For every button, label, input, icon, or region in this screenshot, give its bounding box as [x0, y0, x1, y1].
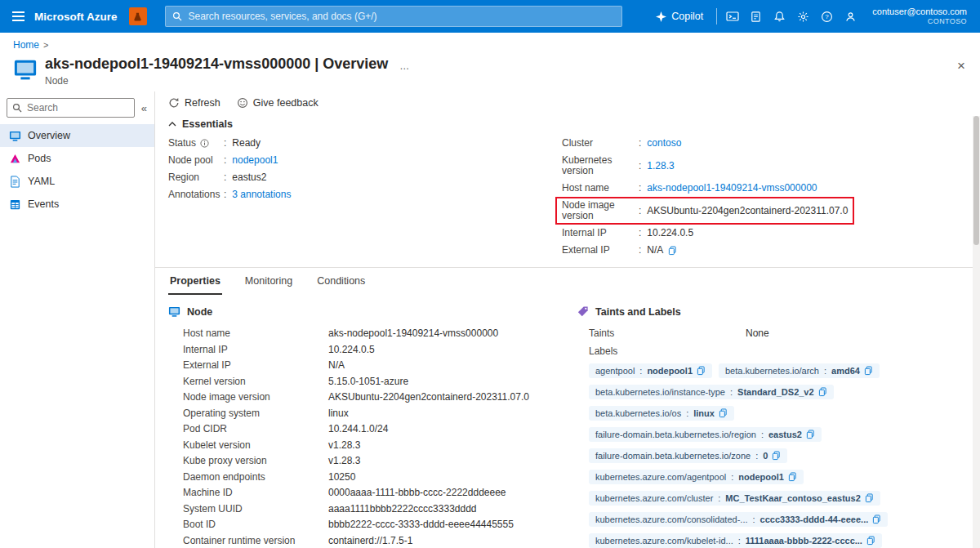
field-value[interactable]: 1.28.3 — [647, 161, 674, 172]
feedback-icon[interactable] — [839, 0, 862, 33]
sidebar-item-events[interactable]: Events — [0, 193, 154, 216]
sidebar-search-input[interactable] — [7, 98, 135, 118]
field-label: Status — [168, 138, 222, 149]
close-icon[interactable]: × — [957, 59, 965, 73]
notepad-icon[interactable] — [744, 0, 768, 33]
flask-icon — [132, 11, 143, 22]
account-menu[interactable]: contuser@contoso.com CONTOSO — [872, 6, 967, 27]
field-value: N/A — [647, 245, 663, 256]
sidebar-item-yaml[interactable]: YAML — [0, 170, 154, 193]
label-value: amd64 — [831, 366, 860, 376]
label-value: 0 — [763, 451, 768, 461]
label-key: agentpool — [595, 366, 635, 376]
copy-icon[interactable] — [697, 366, 706, 376]
azure-logo[interactable]: Microsoft Azure — [34, 11, 118, 23]
label-value: linux — [693, 408, 715, 418]
essentials-row: Annotations : 3 annotations — [168, 189, 562, 200]
taints-labels-section: Taints and Labels Taints None Labels age… — [577, 305, 967, 548]
separator: : — [639, 138, 641, 149]
copy-icon[interactable] — [788, 472, 797, 482]
field-value[interactable]: 3 annotations — [232, 189, 291, 200]
essentials-toggle[interactable]: Essentials — [155, 116, 980, 135]
command-bar: Refresh Give feedback — [155, 91, 980, 116]
essentials-row: Host name : aks-nodepool1-19409214-vmss0… — [562, 183, 967, 194]
settings-gear-icon[interactable] — [791, 0, 815, 33]
search-icon — [172, 11, 182, 24]
sidebar-item-pods[interactable]: Pods — [0, 147, 154, 170]
copy-icon[interactable] — [772, 451, 781, 461]
property-label: Host name — [183, 328, 328, 339]
label-key: beta.kubernetes.io/os — [595, 408, 681, 418]
field-value[interactable]: aks-nodepool1-19409214-vmss000000 — [647, 183, 817, 194]
copy-icon[interactable] — [668, 246, 677, 256]
hamburger-menu-icon[interactable] — [5, 3, 31, 29]
copy-icon[interactable] — [806, 430, 815, 439]
labels-label: Labels — [589, 346, 746, 357]
property-value: 5.15.0-1051-azure — [328, 376, 408, 387]
page-header: aks-nodepool1-19409214-vmss000000 | Over… — [0, 52, 980, 91]
property-label: Internal IP — [183, 345, 328, 355]
node-icon — [13, 57, 38, 82]
property-label: Boot ID — [183, 519, 328, 530]
property-value: v1.28.3 — [328, 440, 360, 451]
separator: : — [639, 183, 641, 194]
cloud-shell-icon[interactable] — [720, 0, 744, 33]
property-value: bbbb2222-cccc-3333-dddd-eeee44445555 — [328, 519, 514, 530]
copy-icon[interactable] — [865, 493, 874, 503]
breadcrumb-home-link[interactable]: Home — [13, 39, 39, 51]
label-key: kubernetes.azure.com/cluster — [595, 493, 713, 503]
copy-icon[interactable] — [864, 366, 873, 376]
copy-icon[interactable] — [818, 387, 827, 397]
copy-icon[interactable] — [866, 536, 875, 546]
property-label: Machine ID — [183, 488, 328, 498]
field-value[interactable]: nodepool1 — [232, 155, 278, 166]
tab-properties[interactable]: Properties — [168, 268, 222, 295]
help-icon[interactable]: ? — [815, 0, 839, 33]
copy-icon[interactable] — [872, 515, 881, 524]
sandbox-icon[interactable] — [129, 7, 147, 25]
essentials-row: Kubernetes version : 1.28.3 — [562, 155, 967, 176]
refresh-button[interactable]: Refresh — [168, 97, 220, 109]
separator: : — [224, 138, 226, 149]
separator: : — [755, 451, 758, 461]
breadcrumb: Home> — [0, 33, 980, 52]
essentials-panel: Status : Ready Node pool : — [155, 135, 980, 265]
field-label: Internal IP — [562, 228, 637, 238]
property-row: Kube proxy version v1.28.3 — [168, 456, 550, 466]
property-value: linux — [328, 408, 349, 419]
property-row: Pod CIDR 10.244.1.0/24 — [168, 424, 550, 434]
tab-monitoring[interactable]: Monitoring — [243, 268, 294, 295]
main-scrollbar[interactable] — [973, 116, 980, 548]
field-label: Annotations — [168, 189, 222, 200]
label-pill: beta.kubernetes.io/instance-type : Stand… — [589, 385, 834, 399]
scrollbar-thumb[interactable] — [973, 116, 979, 245]
info-icon[interactable] — [200, 139, 209, 148]
collapse-sidebar-icon[interactable]: « — [139, 102, 149, 114]
pivot-tabs: Properties Monitoring Conditions — [155, 267, 980, 295]
label-value: MC_TestKaar_contoso_eastus2 — [725, 493, 860, 503]
essentials-row: Status : Ready — [168, 138, 562, 149]
labels-pill-list: agentpool : nodepool1 beta.kubernetes.io… — [577, 363, 967, 548]
essentials-row: External IP : N/A — [562, 245, 967, 256]
account-tenant: CONTOSO — [872, 17, 967, 27]
tab-conditions[interactable]: Conditions — [315, 268, 367, 295]
field-label: Node image version — [562, 200, 637, 221]
global-search-input[interactable] — [165, 6, 622, 27]
copilot-label: Copilot — [671, 11, 703, 22]
smiley-icon — [237, 97, 248, 109]
property-value: v1.28.3 — [328, 456, 360, 466]
give-feedback-button[interactable]: Give feedback — [237, 97, 318, 109]
field-value[interactable]: contoso — [647, 138, 681, 149]
label-key: beta.kubernetes.io/instance-type — [595, 387, 725, 397]
more-menu-icon[interactable]: … — [399, 60, 410, 72]
notifications-bell-icon[interactable] — [768, 0, 791, 33]
separator: : — [224, 189, 226, 200]
property-row: Internal IP 10.224.0.5 — [168, 345, 550, 355]
sidebar-item-overview[interactable]: Overview — [0, 124, 154, 147]
field-label: Region — [168, 172, 222, 183]
property-row: Machine ID 0000aaaa-1111-bbbb-cccc-2222d… — [168, 488, 550, 498]
copy-icon[interactable] — [719, 408, 728, 418]
property-label: External IP — [183, 360, 328, 371]
label-pill: failure-domain.beta.kubernetes.io/zone :… — [589, 448, 787, 463]
copilot-button[interactable]: Copilot — [646, 0, 713, 33]
